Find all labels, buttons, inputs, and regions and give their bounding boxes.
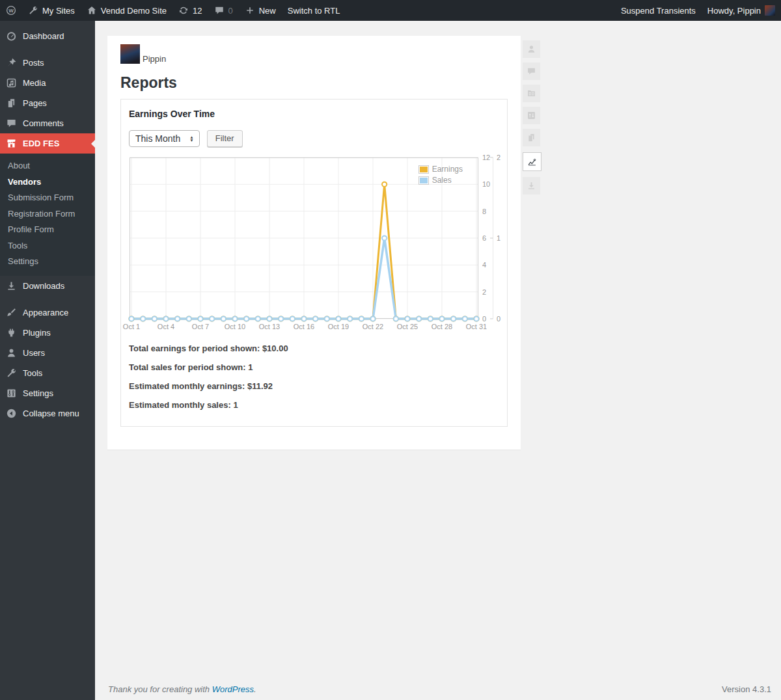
- stat-total-sales: Total sales for period shown: 1: [129, 363, 499, 371]
- tab-products[interactable]: [523, 85, 540, 102]
- sidebar-item-tools[interactable]: Tools: [0, 363, 95, 383]
- comment-bubble-icon: [214, 5, 225, 16]
- svg-text:Oct 13: Oct 13: [259, 323, 280, 330]
- plug-icon: [6, 327, 17, 338]
- svg-text:Oct 10: Oct 10: [225, 323, 245, 330]
- submenu-item-profile-form[interactable]: Profile Form: [0, 222, 95, 238]
- svg-text:Oct 1: Oct 1: [123, 323, 140, 330]
- period-select[interactable]: This Month ▲▼: [129, 130, 200, 147]
- my-sites-menu[interactable]: My Sites: [22, 0, 81, 21]
- svg-text:6: 6: [482, 234, 486, 242]
- sidebar-item-settings[interactable]: Settings: [0, 383, 95, 403]
- download-icon: [6, 280, 17, 291]
- sidebar-item-pages[interactable]: Pages: [0, 93, 95, 113]
- settings-icon: [6, 388, 17, 399]
- switch-rtl-button[interactable]: Switch to RTL: [282, 0, 346, 21]
- tab-downloads[interactable]: [523, 177, 540, 195]
- svg-text:2: 2: [497, 154, 500, 161]
- submenu-item-about[interactable]: About: [0, 158, 95, 174]
- sidebar-item-media[interactable]: Media: [0, 73, 95, 93]
- submenu-item-vendors[interactable]: Vendors: [0, 174, 95, 191]
- dashboard-icon: [6, 31, 17, 42]
- media-icon: [6, 77, 17, 88]
- pages-icon: [527, 133, 536, 142]
- earnings-legend-label: Earnings: [432, 165, 463, 174]
- suspend-transients-button[interactable]: Suspend Transients: [615, 0, 702, 21]
- site-name-label: Vendd Demo Site: [101, 6, 167, 16]
- sales-legend-swatch: [418, 176, 429, 185]
- comments-menu[interactable]: 0: [208, 0, 239, 21]
- updates-menu[interactable]: 12: [172, 0, 208, 21]
- svg-text:Oct 28: Oct 28: [432, 323, 452, 330]
- home-icon: [87, 5, 97, 16]
- sales-legend-label: Sales: [432, 176, 452, 185]
- svg-text:4: 4: [482, 261, 486, 269]
- footer-version: Version 4.3.1: [722, 684, 771, 694]
- howdy-label: Howdy, Pippin: [707, 6, 761, 16]
- update-icon: [178, 5, 189, 16]
- comment-count: 0: [228, 6, 233, 16]
- wrench-icon: [6, 368, 17, 379]
- sidebar-item-dashboard[interactable]: Dashboard: [0, 26, 95, 46]
- svg-text:Oct 22: Oct 22: [363, 323, 383, 330]
- tab-profile[interactable]: [523, 40, 540, 58]
- sidebar-item-plugins[interactable]: Plugins: [0, 323, 95, 343]
- comment-bubble-icon: [6, 118, 17, 129]
- site-name-menu[interactable]: Vendd Demo Site: [81, 0, 172, 21]
- svg-text:W: W: [8, 8, 14, 14]
- earnings-legend-swatch: [418, 165, 429, 174]
- wp-logo-menu[interactable]: W: [0, 0, 22, 21]
- collapse-menu-button[interactable]: Collapse menu: [0, 403, 95, 424]
- pages-icon: [6, 98, 17, 109]
- svg-text:Oct 19: Oct 19: [328, 323, 349, 330]
- update-count: 12: [193, 6, 202, 16]
- sidebar-item-appearance[interactable]: Appearance: [0, 303, 95, 323]
- sidebar-item-edd-fes[interactable]: EDD FES: [0, 133, 95, 154]
- comment-bubble-icon: [527, 66, 536, 76]
- tab-comments[interactable]: [523, 62, 540, 80]
- plus-icon: [245, 5, 255, 16]
- submenu-item-tools[interactable]: Tools: [0, 238, 95, 254]
- tab-pages[interactable]: [523, 129, 540, 146]
- reports-card: Pippin Reports Earnings Over Time This M…: [107, 36, 521, 450]
- svg-text:Oct 7: Oct 7: [192, 323, 209, 330]
- svg-text:0: 0: [482, 315, 486, 323]
- svg-text:1: 1: [497, 234, 500, 242]
- sidebar-item-comments[interactable]: Comments: [0, 113, 95, 133]
- stat-estimated-earnings: Estimated monthly earnings: $11.92: [129, 382, 499, 390]
- vendor-avatar: [120, 44, 140, 64]
- footer-thanks-text: Thank you for creating with: [108, 684, 210, 694]
- my-account-menu[interactable]: Howdy, Pippin: [702, 0, 781, 21]
- earnings-chart: 024681012012Oct 1Oct 4Oct 7Oct 10Oct 13O…: [130, 157, 499, 330]
- admin-menu: Dashboard Posts Media Pages Comments EDD…: [0, 21, 95, 700]
- svg-text:Oct 4: Oct 4: [158, 323, 174, 330]
- brush-icon: [6, 307, 17, 318]
- submenu-item-submission-form[interactable]: Submission Form: [0, 190, 95, 206]
- svg-text:8: 8: [482, 208, 486, 215]
- tab-reports[interactable]: [523, 152, 541, 171]
- submenu-item-registration-form[interactable]: Registration Form: [0, 206, 95, 222]
- new-content-menu[interactable]: New: [239, 0, 282, 21]
- vendor-tab-strip: [523, 40, 541, 195]
- sidebar-item-users[interactable]: Users: [0, 343, 95, 363]
- storefront-icon: [6, 138, 17, 149]
- vendor-name: Pippin: [143, 55, 166, 64]
- page-title: Reports: [120, 74, 508, 92]
- filter-button[interactable]: Filter: [207, 130, 243, 147]
- period-stats: Total earnings for period shown: $10.00 …: [129, 344, 499, 409]
- user-icon: [527, 44, 536, 54]
- sidebar-item-posts[interactable]: Posts: [0, 53, 95, 73]
- svg-text:Oct 31: Oct 31: [466, 323, 487, 330]
- chart-legend: Earnings Sales: [418, 165, 463, 187]
- svg-text:10: 10: [482, 180, 490, 188]
- wordpress-link[interactable]: WordPress: [212, 684, 254, 694]
- tab-settings[interactable]: [523, 107, 540, 124]
- stat-estimated-sales: Estimated monthly sales: 1: [129, 401, 499, 409]
- sidebar-item-downloads[interactable]: Downloads: [0, 276, 95, 296]
- svg-text:Oct 16: Oct 16: [294, 323, 314, 330]
- svg-text:0: 0: [497, 315, 500, 323]
- submenu-item-settings[interactable]: Settings: [0, 254, 95, 270]
- new-label: New: [259, 6, 276, 16]
- admin-bar: W My Sites Vendd Demo Site 12 0 New Swit…: [0, 0, 781, 21]
- stat-total-earnings: Total earnings for period shown: $10.00: [129, 344, 499, 353]
